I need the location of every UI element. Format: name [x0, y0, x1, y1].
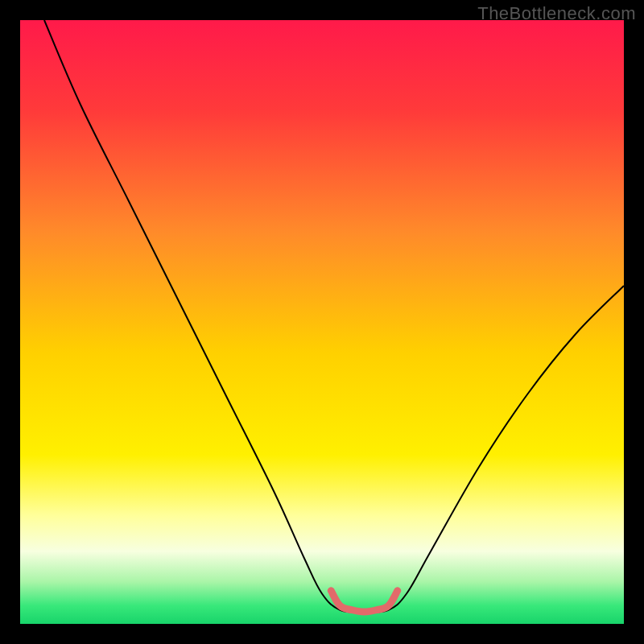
chart-plot-area: [20, 20, 624, 624]
chart-background: [20, 20, 624, 624]
chart-svg: [20, 20, 624, 624]
chart-frame: TheBottleneck.com: [0, 0, 644, 644]
watermark-text: TheBottleneck.com: [477, 3, 636, 24]
